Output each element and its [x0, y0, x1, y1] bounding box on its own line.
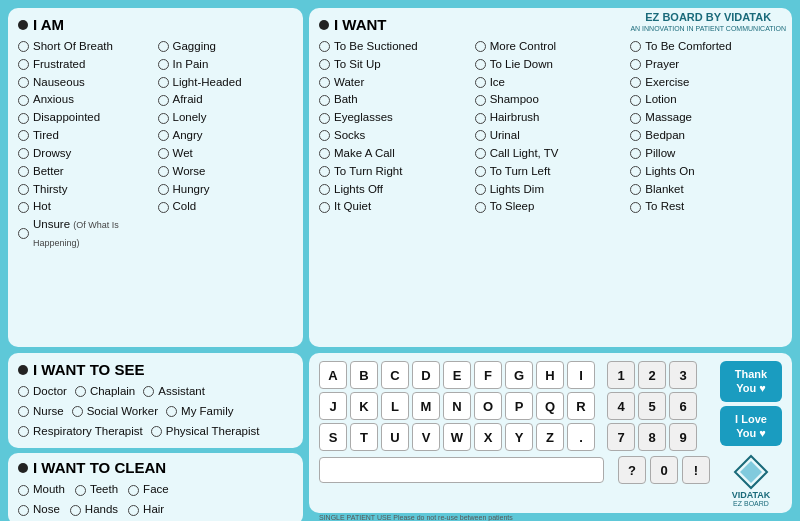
key-h[interactable]: H	[536, 361, 564, 389]
radio-circle[interactable]	[158, 184, 169, 195]
radio-circle[interactable]	[319, 59, 330, 70]
radio-circle[interactable]	[18, 426, 29, 437]
key-r[interactable]: R	[567, 392, 595, 420]
key-f[interactable]: F	[474, 361, 502, 389]
radio-circle[interactable]	[166, 406, 177, 417]
key-t[interactable]: T	[350, 423, 378, 451]
radio-circle[interactable]	[75, 386, 86, 397]
radio-circle[interactable]	[475, 148, 486, 159]
radio-circle[interactable]	[151, 426, 162, 437]
radio-circle[interactable]	[319, 184, 330, 195]
radio-circle[interactable]	[18, 41, 29, 52]
radio-circle[interactable]	[475, 166, 486, 177]
key-l[interactable]: L	[381, 392, 409, 420]
key-7[interactable]: 7	[607, 423, 635, 451]
key-6[interactable]: 6	[669, 392, 697, 420]
key-n[interactable]: N	[443, 392, 471, 420]
key-9[interactable]: 9	[669, 423, 697, 451]
key-period[interactable]: .	[567, 423, 595, 451]
key-x[interactable]: X	[474, 423, 502, 451]
key-y[interactable]: Y	[505, 423, 533, 451]
radio-circle[interactable]	[18, 228, 29, 239]
radio-circle[interactable]	[128, 505, 139, 516]
key-j[interactable]: J	[319, 392, 347, 420]
key-w[interactable]: W	[443, 423, 471, 451]
radio-circle[interactable]	[18, 184, 29, 195]
key-m[interactable]: M	[412, 392, 440, 420]
radio-circle[interactable]	[319, 148, 330, 159]
key-question[interactable]: ?	[618, 456, 646, 484]
radio-circle[interactable]	[475, 59, 486, 70]
radio-circle[interactable]	[630, 130, 641, 141]
key-i[interactable]: I	[567, 361, 595, 389]
key-v[interactable]: V	[412, 423, 440, 451]
radio-circle[interactable]	[18, 505, 29, 516]
key-g[interactable]: G	[505, 361, 533, 389]
radio-circle[interactable]	[143, 386, 154, 397]
radio-circle[interactable]	[75, 485, 86, 496]
key-b[interactable]: B	[350, 361, 378, 389]
radio-circle[interactable]	[18, 59, 29, 70]
radio-circle[interactable]	[475, 202, 486, 213]
radio-circle[interactable]	[158, 113, 169, 124]
radio-circle[interactable]	[630, 41, 641, 52]
radio-circle[interactable]	[158, 77, 169, 88]
radio-circle[interactable]	[18, 386, 29, 397]
radio-circle[interactable]	[630, 184, 641, 195]
radio-circle[interactable]	[128, 485, 139, 496]
radio-circle[interactable]	[319, 202, 330, 213]
radio-circle[interactable]	[475, 41, 486, 52]
radio-circle[interactable]	[630, 148, 641, 159]
key-q[interactable]: Q	[536, 392, 564, 420]
radio-circle[interactable]	[475, 77, 486, 88]
key-e[interactable]: E	[443, 361, 471, 389]
key-d[interactable]: D	[412, 361, 440, 389]
radio-circle[interactable]	[18, 130, 29, 141]
radio-circle[interactable]	[70, 505, 81, 516]
radio-circle[interactable]	[630, 166, 641, 177]
radio-circle[interactable]	[72, 406, 83, 417]
key-o[interactable]: O	[474, 392, 502, 420]
key-2[interactable]: 2	[638, 361, 666, 389]
radio-circle[interactable]	[158, 166, 169, 177]
key-5[interactable]: 5	[638, 392, 666, 420]
radio-circle[interactable]	[630, 202, 641, 213]
key-0[interactable]: 0	[650, 456, 678, 484]
key-a[interactable]: A	[319, 361, 347, 389]
radio-circle[interactable]	[319, 41, 330, 52]
radio-circle[interactable]	[630, 59, 641, 70]
radio-circle[interactable]	[18, 406, 29, 417]
radio-circle[interactable]	[158, 202, 169, 213]
radio-circle[interactable]	[630, 113, 641, 124]
radio-circle[interactable]	[158, 41, 169, 52]
radio-circle[interactable]	[18, 113, 29, 124]
radio-circle[interactable]	[319, 77, 330, 88]
radio-circle[interactable]	[475, 95, 486, 106]
key-exclaim[interactable]: !	[682, 456, 710, 484]
radio-circle[interactable]	[158, 148, 169, 159]
key-4[interactable]: 4	[607, 392, 635, 420]
radio-circle[interactable]	[630, 95, 641, 106]
key-z[interactable]: Z	[536, 423, 564, 451]
key-u[interactable]: U	[381, 423, 409, 451]
key-p[interactable]: P	[505, 392, 533, 420]
radio-circle[interactable]	[18, 166, 29, 177]
radio-circle[interactable]	[319, 95, 330, 106]
radio-circle[interactable]	[18, 77, 29, 88]
i-love-you-button[interactable]: I Love You ♥	[720, 406, 782, 447]
key-k[interactable]: K	[350, 392, 378, 420]
key-3[interactable]: 3	[669, 361, 697, 389]
radio-circle[interactable]	[158, 59, 169, 70]
radio-circle[interactable]	[158, 95, 169, 106]
radio-circle[interactable]	[475, 113, 486, 124]
thank-you-button[interactable]: Thank You ♥	[720, 361, 782, 402]
radio-circle[interactable]	[630, 77, 641, 88]
key-8[interactable]: 8	[638, 423, 666, 451]
radio-circle[interactable]	[18, 95, 29, 106]
radio-circle[interactable]	[319, 166, 330, 177]
text-input[interactable]	[319, 457, 604, 483]
key-1[interactable]: 1	[607, 361, 635, 389]
radio-circle[interactable]	[475, 130, 486, 141]
key-s[interactable]: S	[319, 423, 347, 451]
radio-circle[interactable]	[18, 202, 29, 213]
